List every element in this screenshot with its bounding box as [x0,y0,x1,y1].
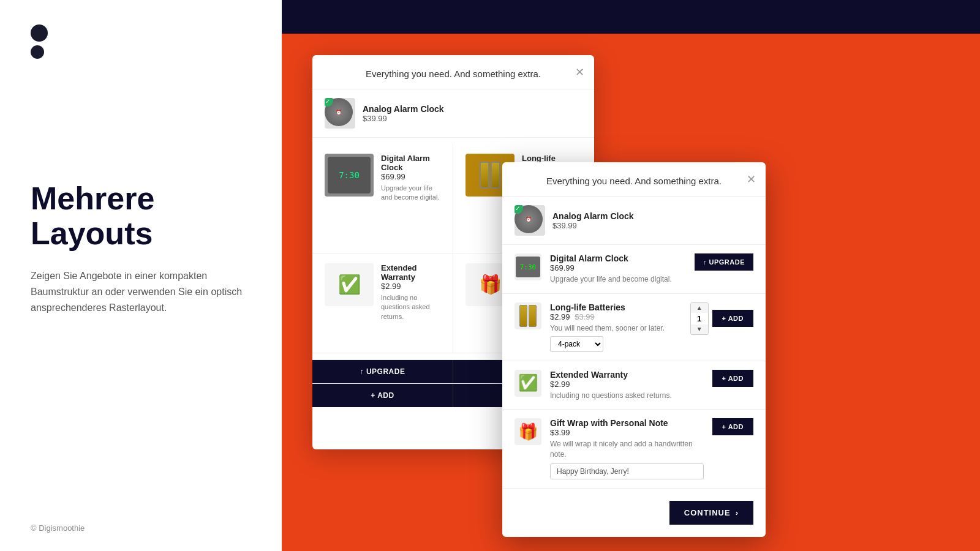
grid-modal-close-button[interactable]: ✕ [575,66,584,79]
gift-note-input[interactable] [550,463,704,479]
page-description: Zeigen Sie Angebote in einer kompakten B… [31,268,251,315]
list-item-price-2: $2.99 [550,380,704,389]
battery-qty-spinner[interactable]: ▲ 1 ▼ [690,302,709,335]
list-modal-header: Everything you need. And something extra… [502,162,766,197]
grid-modal-header: Everything you need. And something extra… [312,55,594,89]
qty-up-button[interactable]: ▲ [691,303,708,313]
list-item-desc-2: Including no questions asked returns. [550,391,704,401]
list-item-name-2: Extended Warranty [550,370,704,380]
grid-item-price-0: $69.99 [381,172,440,181]
grid-item-price-2: $2.99 [381,282,440,291]
list-battery-qty-select[interactable]: 4-pack 8-pack [550,336,603,352]
grid-base-product-image: ✓ ⏰ [325,98,355,129]
list-item-name-0: Digital Alarm Clock [550,253,686,263]
list-item-desc-3: We will wrap it nicely and add a handwri… [550,439,704,460]
grid-upgrade-button[interactable]: ↑ UPGRADE [312,360,453,383]
left-panel: Mehrere Layouts Zeigen Sie Angebote in e… [0,0,282,551]
right-panel: Everything you need. And something extra… [282,0,980,551]
list-modal-close-button[interactable]: ✕ [747,173,756,186]
list-modal: Everything you need. And something extra… [502,162,766,537]
grid-base-product-price: $39.99 [363,114,444,123]
list-upgrade-button[interactable]: ↑ UPGRADE [695,253,753,271]
grid-item-warranty: ✅ Extended Warranty $2.99 Including no q… [312,253,453,353]
digital-clock-image: 7:30 [325,154,374,197]
grid-item-desc-2: Including no questions asked returns. [381,293,440,321]
list-item-digital-clock: 7:30 Digital Alarm Clock $69.99 Upgrade … [502,245,766,294]
grid-item-desc-0: Upgrade your life and become digital. [381,184,440,203]
page-title: Mehrere Layouts [31,181,251,251]
list-item-name-3: Gift Wrap with Personal Note [550,418,704,428]
list-base-product-price: $39.99 [552,221,634,230]
list-item-desc-1: You will need them, sooner or later. [550,323,682,334]
grid-item-digital-clock: 7:30 Digital Alarm Clock $69.99 Upgrade … [312,144,453,253]
list-item-price-3: $3.99 [550,428,704,437]
list-base-product-row: ✓ ⏰ Analog Alarm Clock $39.99 [502,197,766,245]
grid-item-name-0: Digital Alarm Clock [381,154,440,172]
list-base-product-name: Analog Alarm Clock [552,211,634,221]
list-warranty-icon: ✅ [514,370,541,397]
grid-base-product-row: ✓ ⏰ Analog Alarm Clock $39.99 [312,89,594,138]
footer-text: © Digismoothie [31,523,85,533]
list-item-price-1: $2.99 $3.99 [550,312,682,321]
top-bar [282,0,980,34]
list-item-name-1: Long-life Batteries [550,302,682,312]
list-add-button-warranty[interactable]: + ADD [712,370,753,387]
list-batteries-icon [514,302,541,329]
list-add-button-gift[interactable]: + ADD [712,418,753,435]
list-item-batteries: Long-life Batteries $2.99 $3.99 You will… [502,294,766,361]
list-continue-button[interactable]: CONTINUE › [669,501,753,525]
logo-dot-large [31,24,48,42]
list-base-product-image: ✓ ⏰ [514,205,545,236]
list-digital-clock-icon: 7:30 [514,253,541,280]
grid-add-button-warranty[interactable]: + ADD [312,384,453,407]
list-item-warranty: ✅ Extended Warranty $2.99 Including no q… [502,361,766,410]
grid-item-name-2: Extended Warranty [381,263,440,282]
list-gift-icon: 🎁 [514,418,541,445]
grid-base-product-name: Analog Alarm Clock [363,104,444,114]
qty-value: 1 [697,313,701,324]
logo-dot-small [31,45,44,59]
warranty-image: ✅ [325,263,374,306]
list-item-gift: 🎁 Gift Wrap with Personal Note $3.99 We … [502,410,766,489]
logo [31,24,251,59]
list-item-desc-0: Upgrade your life and become digital. [550,274,686,285]
list-add-button-batteries[interactable]: + ADD [712,310,753,327]
qty-down-button[interactable]: ▼ [691,324,708,334]
list-item-price-0: $69.99 [550,263,686,272]
